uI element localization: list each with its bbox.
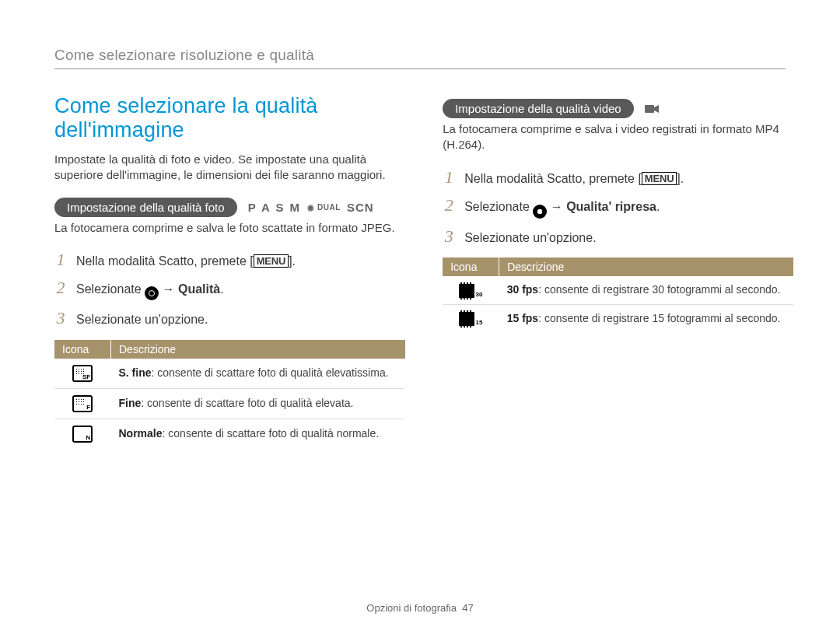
step-text: Nella modalità Scatto, premete [MENU]. [76,253,296,270]
quality-sfine-icon: SF [72,365,93,382]
step-text: Nella modalità Scatto, premete [MENU]. [464,170,684,187]
quality-fine-icon: F [72,395,93,412]
table-row: F Fine: consente di scattare foto di qua… [54,388,405,419]
fps30-icon: 30 [459,284,482,298]
quality-normal-icon: N [72,426,93,443]
table-row: SF S. fine: consente di scattare foto di… [54,359,405,389]
foto-step-2: 2 Selezionate → Qualità. [54,278,405,300]
page-title: Come selezionare la qualità dell'immagin… [54,94,405,142]
step-text: Selezionate → Qualità. [76,281,224,300]
table-head-icon: Icona [54,340,111,359]
video-steps: 1 Nella modalità Scatto, premete [MENU].… [443,167,793,247]
video-icon [533,205,547,219]
step-number: 2 [443,195,455,215]
scn-label: SCN [347,201,374,214]
foto-pill: Impostazione della qualità foto [54,198,237,217]
step-number: 1 [54,250,67,270]
step-number: 2 [54,278,67,298]
page-footer: Opzioni di fotografia 47 [0,602,840,614]
step-text: Selezionate un'opzione. [464,229,596,247]
step-text: Selezionate → Qualita' ripresa. [464,198,660,219]
video-step-2: 2 Selezionate → Qualita' ripresa. [443,195,793,219]
breadcrumb: Come selezionare risoluzione e qualità [54,47,786,69]
foto-steps: 1 Nella modalità Scatto, premete [MENU].… [54,250,405,329]
table-head-desc: Descrizione [499,257,794,276]
video-subtext: La fotocamera comprime e salva i video r… [443,121,793,153]
table-head-desc: Descrizione [111,340,406,359]
right-column: Impostazione della qualità video La foto… [443,94,793,449]
mode-icons: P A S M ◉DUAL SCN [248,201,374,214]
mode-letters: P A S M [248,201,301,214]
video-pill: Impostazione della qualità video [443,99,633,118]
fps15-icon: 15 [459,312,482,326]
foto-quality-table: Icona Descrizione SF S. fine: consente d… [54,340,405,449]
video-step-1: 1 Nella modalità Scatto, premete [MENU]. [443,167,793,187]
foto-step-1: 1 Nella modalità Scatto, premete [MENU]. [54,250,405,270]
step-number: 1 [443,167,455,187]
svg-rect-0 [645,105,654,113]
table-row: 30 30 fps: consente di registrare 30 fot… [443,276,793,304]
camera-icon [145,286,159,300]
dual-icon: ◉DUAL [307,203,341,212]
foto-heading-row: Impostazione della qualità foto P A S M … [54,198,405,217]
left-column: Come selezionare la qualità dell'immagin… [54,94,405,449]
table-head-icon: Icona [443,257,499,276]
menu-icon: MENU [254,254,289,268]
menu-icon: MENU [642,172,677,186]
video-quality-table: Icona Descrizione 30 30 fps: consente di… [443,257,793,332]
video-heading-row: Impostazione della qualità video [443,99,793,118]
movie-mode-icon [645,103,659,114]
step-number: 3 [54,308,67,328]
table-row: 15 15 fps: consente di registrare 15 fot… [443,304,793,332]
table-row: N Normale: consente di scattare foto di … [54,419,405,449]
foto-subtext: La fotocamera comprime e salva le foto s… [54,220,405,236]
foto-step-3: 3 Selezionate un'opzione. [54,308,405,328]
intro-text: Impostate la qualità di foto e video. Se… [54,152,405,184]
step-number: 3 [443,226,455,247]
step-text: Selezionate un'opzione. [76,311,208,328]
video-step-3: 3 Selezionate un'opzione. [443,226,793,247]
